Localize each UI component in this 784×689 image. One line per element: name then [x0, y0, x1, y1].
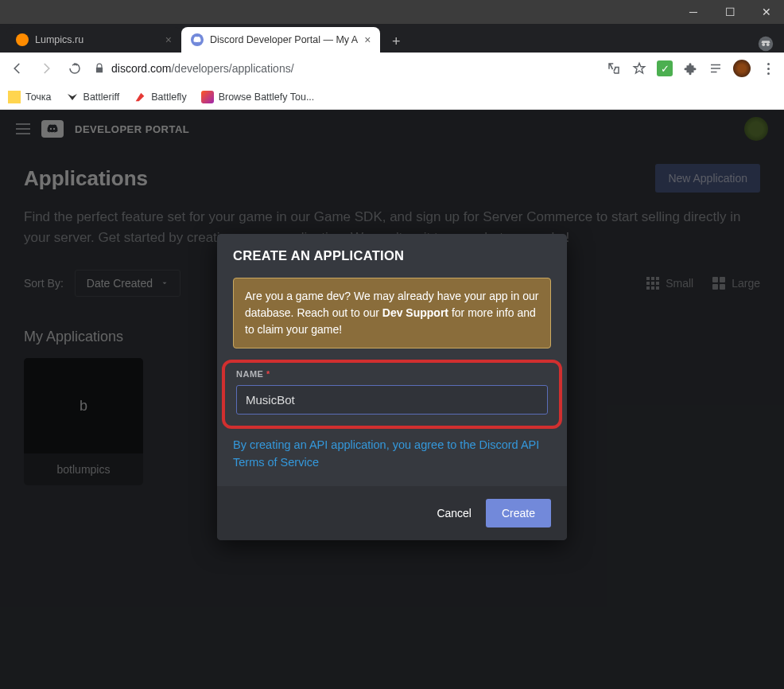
tab-title: Lumpics.ru: [35, 34, 83, 45]
name-field-highlight: NAME *: [222, 360, 562, 429]
chrome-menu-button[interactable]: [760, 60, 776, 76]
bookmarks-bar: Точка Battleriff Battlefly Browse Battle…: [0, 84, 784, 110]
new-tab-button[interactable]: +: [385, 30, 407, 53]
modal-title: CREATE AN APPLICATION: [217, 234, 567, 278]
name-label: NAME *: [236, 369, 548, 379]
tab-discord[interactable]: Discord Developer Portal — My A ×: [181, 27, 380, 53]
bookmark-label: Battlefly: [151, 91, 186, 103]
page-content: DEVELOPER PORTAL Applications New Applic…: [0, 110, 784, 689]
cancel-button[interactable]: Cancel: [437, 499, 472, 527]
name-input[interactable]: [236, 385, 548, 415]
address-bar: discord.com/developers/applications/ ✓: [0, 53, 784, 84]
incognito-icon: [757, 35, 774, 53]
lock-icon: [94, 63, 105, 74]
create-application-modal: CREATE AN APPLICATION Are you a game dev…: [217, 234, 567, 540]
bookmark-label: Battleriff: [83, 91, 120, 103]
modal-footer: Cancel Create: [217, 486, 567, 540]
close-window-button[interactable]: ✕: [755, 1, 778, 23]
tab-title: Discord Developer Portal — My A: [210, 34, 358, 45]
favicon-icon: [191, 33, 204, 46]
bookmark-item[interactable]: Battleriff: [66, 91, 120, 103]
maximize-button[interactable]: ☐: [719, 1, 741, 23]
url-field[interactable]: discord.com/developers/applications/: [94, 62, 596, 75]
bookmark-icon: [66, 91, 79, 103]
reload-button[interactable]: [65, 59, 84, 78]
bookmark-icon: [134, 91, 146, 103]
bookmark-item[interactable]: Browse Battlefy Tou...: [201, 91, 315, 103]
bookmark-item[interactable]: Точка: [8, 91, 52, 103]
create-button[interactable]: Create: [486, 499, 551, 527]
favicon-icon: [16, 33, 29, 46]
star-icon[interactable]: [631, 60, 647, 76]
bookmark-icon: [8, 91, 21, 103]
tab-lumpics[interactable]: Lumpics.ru ×: [6, 27, 181, 53]
url-path: /developers/applications/: [171, 62, 293, 75]
reading-list-icon[interactable]: [708, 60, 724, 76]
svg-point-0: [759, 37, 773, 51]
dev-support-link[interactable]: Dev Support: [382, 306, 448, 319]
minimize-button[interactable]: ─: [682, 1, 704, 23]
bookmark-item[interactable]: Battlefly: [134, 91, 186, 103]
window-controls: ─ ☐ ✕: [0, 0, 784, 24]
tab-strip: Lumpics.ru × Discord Developer Portal — …: [0, 24, 784, 53]
bookmark-icon: [201, 91, 214, 103]
extension-check-icon[interactable]: ✓: [657, 60, 673, 76]
translate-icon[interactable]: [606, 60, 622, 76]
dev-notice: Are you a game dev? We may already have …: [233, 278, 551, 348]
svg-point-1: [762, 43, 765, 46]
profile-avatar[interactable]: [733, 60, 751, 77]
forward-button[interactable]: [37, 59, 56, 78]
close-tab-icon[interactable]: ×: [165, 33, 172, 46]
bookmark-label: Точка: [25, 91, 52, 103]
tos-link[interactable]: By creating an API application, you agre…: [233, 437, 551, 472]
close-tab-icon[interactable]: ×: [364, 33, 371, 46]
bookmark-label: Browse Battlefy Tou...: [219, 91, 315, 103]
extensions-icon[interactable]: [682, 60, 698, 76]
url-host: discord.com: [111, 62, 171, 75]
back-button[interactable]: [8, 59, 27, 78]
svg-point-2: [767, 43, 770, 46]
